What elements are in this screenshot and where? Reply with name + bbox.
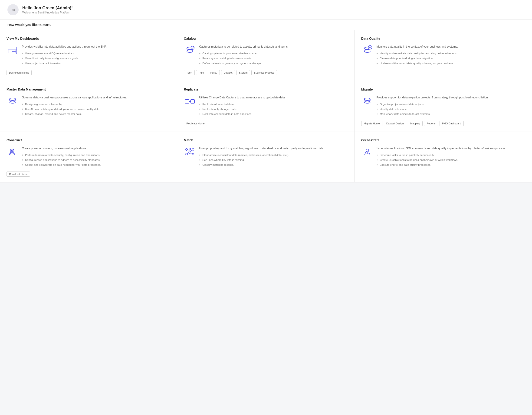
card-text-master-data: Governs data via business processes acro… xyxy=(22,95,127,117)
svg-point-20 xyxy=(186,153,188,155)
bullet-item: Map legacy data objects to target system… xyxy=(377,112,489,117)
card-bullets-master-data: Design a governance hierarchy.Use AI dat… xyxy=(22,102,127,117)
bullet-item: Understand the impact data quality is ha… xyxy=(377,61,458,66)
card-data-quality: Data Quality Monitors data quality in th… xyxy=(355,30,532,81)
bullet-item: View direct daily tasks and governance g… xyxy=(22,56,107,61)
tag-reports[interactable]: Reports xyxy=(424,121,438,126)
view-dashboards-icon xyxy=(7,45,19,57)
svg-point-8 xyxy=(368,46,372,49)
migrate-icon xyxy=(361,95,373,108)
catalog-icon xyxy=(184,45,196,57)
svg-rect-11 xyxy=(191,100,194,103)
tag-system[interactable]: System xyxy=(237,70,250,75)
svg-rect-10 xyxy=(185,100,189,103)
svg-point-22 xyxy=(186,148,188,150)
card-desc-migrate: Provides support for data migration proj… xyxy=(377,95,489,100)
card-text-match: Uses proprietary and fuzzy matching algo… xyxy=(199,146,324,167)
tag-dataset-design[interactable]: Dataset Design xyxy=(384,121,406,126)
card-bullets-migrate: Organize project-related data objects.Id… xyxy=(377,102,489,117)
card-body-orchestrate: Schedules replications, SQL commands and… xyxy=(361,146,525,167)
svg-point-19 xyxy=(189,148,191,150)
bullet-item: Identify data relevance. xyxy=(377,107,489,112)
match-icon xyxy=(184,146,196,158)
bullet-item: Perform tasks related to security, confi… xyxy=(22,153,101,157)
bullet-item: Design a governance hierarchy. xyxy=(22,102,127,107)
header-text: Hello Jon Green (Admin)! Welcome to Syni… xyxy=(22,6,73,14)
card-replicate: Replicate Utilizes Change Data Capture t… xyxy=(177,81,354,132)
card-title-replicate: Replicate xyxy=(184,87,348,91)
card-title-data-quality: Data Quality xyxy=(361,37,525,40)
tag-policy[interactable]: Policy xyxy=(208,70,219,75)
card-desc-construct: Create powerful, custom, codeless web ap… xyxy=(22,146,101,150)
tag-replicate-home[interactable]: Replicate Home xyxy=(184,121,207,126)
card-bullets-orchestrate: Schedule tasks to run in parallel / sequ… xyxy=(377,153,506,167)
card-title-match: Match xyxy=(184,138,348,142)
card-title-construct: Construct xyxy=(7,138,171,142)
svg-point-21 xyxy=(192,153,194,155)
card-title-catalog: Catalog xyxy=(184,37,348,40)
master-data-icon xyxy=(7,95,19,108)
card-desc-orchestrate: Schedules replications, SQL commands and… xyxy=(377,146,506,150)
card-migrate: Migrate Provides support for data migrat… xyxy=(355,81,532,132)
card-view-dashboards: View My Dashboards Provides visibility i… xyxy=(0,30,177,81)
card-desc-master-data: Governs data via business processes acro… xyxy=(22,95,127,100)
svg-line-25 xyxy=(188,153,189,154)
bullet-item: Create, change, extend and delete master… xyxy=(22,112,127,117)
card-bullets-catalog: Catalog systems in your enterprise lands… xyxy=(199,51,288,66)
card-match: Match Uses proprietary and fuzzy matchin… xyxy=(177,132,354,183)
tag-mapping[interactable]: Mapping xyxy=(408,121,423,126)
bullet-item: Replicate all selected data. xyxy=(199,102,285,107)
card-desc-replicate: Utilizes Change Data Capture to guarante… xyxy=(199,95,285,100)
card-desc-data-quality: Monitors data quality in the context of … xyxy=(377,45,458,49)
bullet-item: Configure web applications to adhere to … xyxy=(22,157,101,163)
card-title-master-data: Master Data Management xyxy=(7,87,171,91)
card-bullets-construct: Perform tasks related to security, confi… xyxy=(22,153,101,167)
tag-business-process[interactable]: Business Process xyxy=(251,70,277,75)
card-orchestrate: Orchestrate Schedules replications, SQL … xyxy=(355,132,532,183)
bullet-item: View governance and DQ-related metrics. xyxy=(22,51,107,56)
bullet-item: Standardize inconsistent data (names, ad… xyxy=(199,153,324,157)
card-body-match: Uses proprietary and fuzzy matching algo… xyxy=(184,146,348,167)
card-tags-construct: Construct Home xyxy=(7,172,171,177)
tag-term[interactable]: Term xyxy=(184,70,194,75)
svg-point-29 xyxy=(366,149,369,152)
card-tags-view-dashboards: Dashboard Home xyxy=(7,70,171,75)
card-master-data: Master Data Management Governs data via … xyxy=(0,81,177,132)
header: JO Hello Jon Green (Admin)! Welcome to S… xyxy=(0,0,532,20)
tag-migrate-home[interactable]: Migrate Home xyxy=(361,121,382,126)
svg-point-15 xyxy=(11,150,13,152)
tag-dashboard-home[interactable]: Dashboard Home xyxy=(7,70,32,75)
cards-row-2: Construct Create powerful, custom, codel… xyxy=(0,132,532,183)
tag-construct-home[interactable]: Construct Home xyxy=(7,172,30,177)
tag-dataset[interactable]: Dataset xyxy=(221,70,235,75)
card-text-construct: Create powerful, custom, codeless web ap… xyxy=(22,146,101,167)
card-catalog: Catalog Captures metadata to be related … xyxy=(177,30,354,81)
tag-pmo-dashboard[interactable]: PMO Dashboard xyxy=(439,121,464,126)
cards-row-1: Master Data Management Governs data via … xyxy=(0,81,532,132)
bullet-item: Cleanse data prior to/during a data migr… xyxy=(377,56,458,61)
main-content: View My Dashboards Provides visibility i… xyxy=(0,30,532,183)
replicate-icon xyxy=(184,95,196,108)
card-desc-match: Uses proprietary and fuzzy matching algo… xyxy=(199,146,324,150)
svg-point-23 xyxy=(192,148,194,150)
tag-rule[interactable]: Rule xyxy=(196,70,207,75)
greeting: Hello Jon Green (Admin)! xyxy=(22,6,73,10)
card-title-orchestrate: Orchestrate xyxy=(361,138,525,142)
bullet-item: Classify matching records. xyxy=(199,163,324,167)
svg-point-18 xyxy=(189,151,191,153)
svg-rect-3 xyxy=(12,50,16,51)
svg-rect-2 xyxy=(9,50,11,53)
card-body-replicate: Utilizes Change Data Capture to guarante… xyxy=(184,95,348,117)
bullet-item: Schedule tasks to run in parallel / sequ… xyxy=(377,153,506,157)
card-bullets-match: Standardize inconsistent data (names, ad… xyxy=(199,153,324,167)
construct-icon xyxy=(7,146,19,158)
bullet-item: Define datasets to govern your system la… xyxy=(199,61,288,66)
card-desc-view-dashboards: Provides visibility into data activities… xyxy=(22,45,107,49)
card-tags-replicate: Replicate Home xyxy=(184,121,348,126)
avatar: JO xyxy=(8,4,19,15)
card-body-data-quality: Monitors data quality in the context of … xyxy=(361,45,525,66)
card-body-catalog: Captures metadata to be related to asset… xyxy=(184,45,348,66)
card-body-view-dashboards: Provides visibility into data activities… xyxy=(7,45,171,66)
section-title-bar: How would you like to start? xyxy=(0,20,532,30)
svg-rect-4 xyxy=(12,52,16,53)
